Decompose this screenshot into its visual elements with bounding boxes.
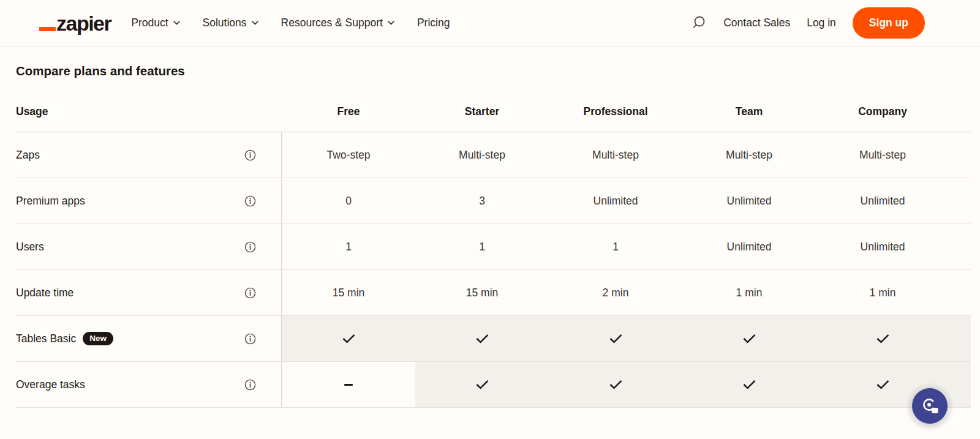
chevron-down-icon	[252, 21, 258, 25]
row-filler	[949, 224, 971, 269]
plan-column-header-company: Company	[816, 105, 949, 118]
chevron-down-icon	[173, 21, 180, 25]
plan-value-cell: 2 min	[549, 270, 682, 315]
plan-value-cell: 15 min	[282, 270, 415, 315]
plan-value-cell	[549, 316, 682, 361]
row-filler	[949, 316, 971, 361]
feature-label: Update time	[16, 287, 74, 299]
table-row: Overage tasks	[16, 362, 971, 408]
feature-label: Users	[16, 241, 44, 253]
nav-item-label: Resources & Support	[281, 17, 383, 29]
feature-label-group: Overage tasks	[16, 378, 85, 391]
plan-column-header-professional: Professional	[549, 105, 682, 118]
feature-label-group: Premium apps	[16, 195, 85, 208]
usage-column-header: Usage	[16, 105, 282, 118]
plan-value-cell	[549, 362, 682, 407]
plan-value-cell: Multi-step	[415, 132, 549, 178]
feature-label-group: Users	[16, 241, 44, 253]
zapier-logo[interactable]: zapier	[39, 13, 111, 34]
info-icon[interactable]	[244, 333, 256, 345]
info-icon[interactable]	[244, 149, 256, 161]
feature-label-group: Update time	[16, 287, 74, 299]
plan-value-cell: Unlimited	[816, 178, 949, 223]
plan-value-cell: 1 min	[816, 270, 949, 315]
plan-value-cell	[682, 316, 816, 361]
top-nav: zapier Product Solutions Resources & Sup…	[0, 0, 980, 47]
check-icon	[876, 334, 889, 343]
plan-value-cell: 0	[282, 178, 415, 223]
plan-value-cell: 1	[282, 224, 415, 269]
check-icon	[476, 334, 489, 343]
plan-values: 03UnlimitedUnlimitedUnlimited	[282, 178, 971, 223]
logo-underscore-icon	[39, 27, 56, 31]
row-filler	[949, 362, 971, 407]
plan-value-cell	[415, 316, 549, 361]
search-icon[interactable]	[690, 15, 707, 31]
feature-label-cell: Users	[16, 224, 282, 269]
check-icon	[876, 380, 889, 389]
feature-label-cell: Tables Basic New	[16, 316, 282, 361]
plan-value-cell	[282, 316, 415, 361]
plan-value-cell	[282, 362, 415, 407]
plan-column-header-starter: Starter	[415, 105, 549, 118]
check-icon	[476, 380, 489, 389]
dash-icon	[344, 384, 353, 386]
feature-label: Overage tasks	[16, 378, 85, 391]
plan-column-header-free: Free	[282, 105, 415, 118]
plan-values: 111UnlimitedUnlimited	[282, 224, 971, 269]
plan-value-cell	[415, 362, 549, 407]
check-icon	[609, 380, 622, 389]
info-icon[interactable]	[244, 241, 256, 253]
plan-value-cell: 1	[549, 224, 682, 269]
feature-label-cell: Overage tasks	[16, 362, 282, 407]
table-row: Tables Basic New	[16, 316, 971, 362]
nav-item-resources-support[interactable]: Resources & Support	[281, 17, 394, 29]
nav-item-solutions[interactable]: Solutions	[203, 17, 258, 29]
table-body: Zaps Two-stepMulti-stepMulti-stepMulti-s…	[16, 132, 971, 408]
plan-value-cell	[816, 316, 949, 361]
sign-up-button[interactable]: Sign up	[853, 7, 925, 39]
check-icon	[743, 380, 756, 389]
nav-item-label: Product	[131, 17, 168, 29]
table-row: Users 111UnlimitedUnlimited	[16, 224, 971, 270]
plan-values: 15 min15 min2 min1 min1 min	[282, 270, 971, 315]
nav-actions: Contact Sales Log in Sign up	[690, 7, 925, 39]
support-chat-button[interactable]	[912, 388, 948, 424]
info-icon[interactable]	[244, 379, 256, 391]
logo-text: zapier	[56, 13, 111, 34]
log-in-link[interactable]: Log in	[807, 17, 836, 29]
plan-value-cell: Multi-step	[549, 132, 682, 178]
plan-value-cell: 1 min	[682, 270, 816, 315]
plan-value-cell: Unlimited	[682, 178, 816, 223]
plan-values	[282, 316, 971, 361]
info-icon[interactable]	[244, 287, 256, 299]
main-nav: Product Solutions Resources & Support Pr…	[131, 17, 450, 29]
main-content: Compare plans and features Usage Free St…	[0, 47, 980, 408]
chevron-down-icon	[388, 21, 394, 25]
feature-label-cell: Update time	[16, 270, 282, 315]
check-icon	[609, 334, 622, 343]
page-title: Compare plans and features	[16, 64, 980, 78]
row-filler	[949, 132, 971, 178]
plan-value-cell: Multi-step	[816, 132, 949, 178]
table-row: Premium apps 03UnlimitedUnlimitedUnlimit…	[16, 178, 971, 224]
row-filler	[949, 178, 971, 223]
check-icon	[342, 334, 355, 343]
plan-column-header-team: Team	[682, 105, 816, 118]
info-icon[interactable]	[244, 195, 256, 207]
feature-label: Zaps	[16, 149, 40, 162]
feature-label: Premium apps	[16, 195, 85, 208]
support-chat-icon	[920, 396, 940, 416]
plan-value-cell: 15 min	[415, 270, 549, 315]
nav-item-pricing[interactable]: Pricing	[417, 17, 450, 29]
plan-value-cell: Two-step	[282, 132, 415, 178]
table-row: Update time 15 min15 min2 min1 min1 min	[16, 270, 971, 316]
nav-item-product[interactable]: Product	[131, 17, 179, 29]
contact-sales-link[interactable]: Contact Sales	[723, 17, 790, 29]
plan-value-cell: 3	[415, 178, 549, 223]
nav-item-label: Pricing	[417, 17, 450, 29]
plan-value-cell: Multi-step	[682, 132, 816, 178]
nav-item-label: Solutions	[203, 17, 247, 29]
feature-label: Tables Basic	[16, 332, 76, 345]
plan-value-cell: 1	[415, 224, 549, 269]
